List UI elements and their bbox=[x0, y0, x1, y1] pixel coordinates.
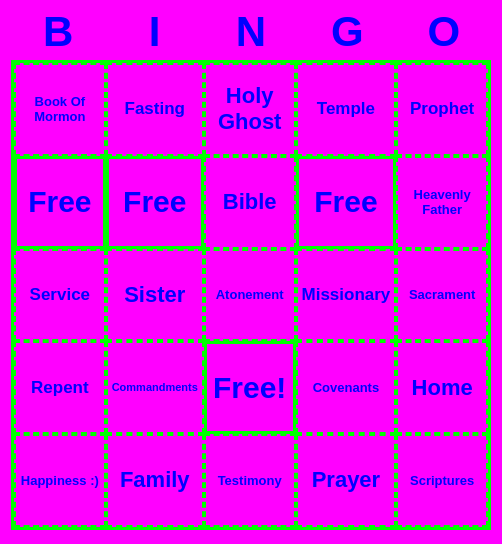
header-n: N bbox=[208, 8, 295, 56]
header-b: B bbox=[15, 8, 102, 56]
bingo-cell-8[interactable]: Free bbox=[296, 156, 397, 249]
bingo-cell-21[interactable]: Family bbox=[106, 434, 204, 527]
bingo-cell-17[interactable]: Free! bbox=[204, 341, 296, 434]
bingo-header: B I N G O bbox=[0, 0, 502, 60]
bingo-cell-18[interactable]: Covenants bbox=[296, 341, 397, 434]
header-i: I bbox=[111, 8, 198, 56]
bingo-cell-5[interactable]: Free bbox=[14, 156, 106, 249]
header-g: G bbox=[304, 8, 391, 56]
bingo-cell-23[interactable]: Prayer bbox=[296, 434, 397, 527]
bingo-cell-19[interactable]: Home bbox=[396, 341, 488, 434]
bingo-cell-9[interactable]: Heavenly Father bbox=[396, 156, 488, 249]
bingo-cell-3[interactable]: Temple bbox=[296, 63, 397, 156]
bingo-cell-24[interactable]: Scriptures bbox=[396, 434, 488, 527]
bingo-grid: Book Of MormonFastingHoly GhostTemplePro… bbox=[11, 60, 491, 530]
bingo-cell-13[interactable]: Missionary bbox=[296, 249, 397, 342]
bingo-cell-2[interactable]: Holy Ghost bbox=[204, 63, 296, 156]
bingo-cell-11[interactable]: Sister bbox=[106, 249, 204, 342]
bingo-cell-16[interactable]: Commandments bbox=[106, 341, 204, 434]
bingo-cell-15[interactable]: Repent bbox=[14, 341, 106, 434]
bingo-cell-7[interactable]: Bible bbox=[204, 156, 296, 249]
header-o: O bbox=[400, 8, 487, 56]
bingo-cell-1[interactable]: Fasting bbox=[106, 63, 204, 156]
bingo-cell-6[interactable]: Free bbox=[106, 156, 204, 249]
bingo-cell-22[interactable]: Testimony bbox=[204, 434, 296, 527]
bingo-cell-12[interactable]: Atonement bbox=[204, 249, 296, 342]
bingo-cell-14[interactable]: Sacrament bbox=[396, 249, 488, 342]
bingo-cell-4[interactable]: Prophet bbox=[396, 63, 488, 156]
bingo-cell-10[interactable]: Service bbox=[14, 249, 106, 342]
bingo-cell-20[interactable]: Happiness :) bbox=[14, 434, 106, 527]
bingo-cell-0[interactable]: Book Of Mormon bbox=[14, 63, 106, 156]
